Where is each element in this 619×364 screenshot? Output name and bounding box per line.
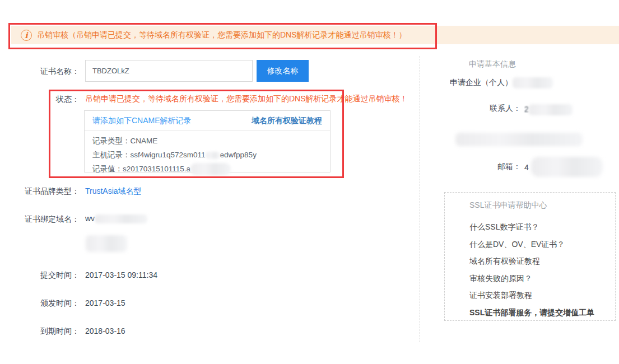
help-links-list: 什么SSL数字证书？ 什么是DV、OV、EV证书？ 域名所有权验证教程 审核失败… [469,218,615,321]
host-record-label: 主机记录： [92,151,131,159]
help-link-domain-verify-tutorial[interactable]: 域名所有权验证教程 [469,253,615,270]
help-link-review-fail-reason[interactable]: 审核失败的原因？ [469,270,615,287]
cname-box-body: 记录类型：CNAME 主机记录：ssf4wigru1q572sm011edwfp… [85,131,330,176]
email-value: 4 [524,162,529,173]
redacted-record-value-part [190,163,231,175]
record-type-value: CNAME [131,137,158,145]
certificate-detail-page: i 吊销审核（吊销申请已提交，等待域名所有权验证，您需要添加如下的DNS解析记录… [0,0,619,364]
status-label: 状态： [0,94,80,105]
help-link-deploy-service-ticket[interactable]: SSL证书部署服务，请提交增值工单 [469,304,615,321]
record-value-prefix: s20170315101115.a [123,165,190,173]
redacted-contact [529,104,573,115]
record-value-row: 记录值：s20170315101115.a [92,162,322,176]
contact-visible-prefix: 2 [524,105,529,114]
host-record-value-prefix: ssf4wigru1q572sm011 [131,151,206,159]
redacted-domain-2 [86,235,127,252]
submit-time-label: 提交时间： [0,269,80,281]
help-center-box: SSL证书申请帮助中心 什么SSL数字证书？ 什么是DV、OV、EV证书？ 域名… [444,192,616,321]
info-icon: i [21,30,32,41]
help-link-what-is-ssl[interactable]: 什么SSL数字证书？ [469,218,615,236]
record-type-row: 记录类型：CNAME [92,134,322,148]
redacted-host-record-part [206,152,220,159]
host-record-row: 主机记录：ssf4wigru1q572sm011edwfpp85y [92,148,322,162]
redacted-applicant [513,77,553,88]
contact-label: 联系人： [443,104,521,114]
domain-verify-tutorial-link[interactable]: 域名所有权验证教程 [252,116,322,126]
content-sidebar-divider [420,56,420,342]
record-type-label: 记录类型： [92,137,131,145]
issue-time-value: 2017-03-15 [85,297,125,309]
revoke-review-banner: i 吊销审核（吊销申请已提交，等待域名所有权验证，您需要添加如下的DNS解析记录… [11,26,619,44]
record-value-label: 记录值： [92,165,123,173]
cname-box-title: 请添加如下CNAME解析记录 [92,116,192,126]
host-record-value-suffix: edwfpp85y [220,151,257,159]
help-center-title: SSL证书申请帮助中心 [469,200,615,211]
expire-time-value: 2018-03-16 [85,325,125,337]
applicant-label: 申请企业（个人） [450,78,513,87]
redacted-email [531,157,603,177]
cname-box-header: 请添加如下CNAME解析记录 域名所有权验证教程 [85,111,330,131]
cert-name-input[interactable] [85,60,253,82]
bound-domain-visible-prefix: wv [85,214,95,223]
banner-text: 吊销审核（吊销申请已提交，等待域名所有权验证，您需要添加如下的DNS解析记录才能… [37,30,407,40]
status-text: 吊销申请已提交，等待域名所有权验证，您需要添加如下的DNS解析记录才能通过吊销审… [85,94,413,104]
redacted-domain [95,214,147,223]
contact-value: 2 [524,104,573,115]
cname-record-box: 请添加如下CNAME解析记录 域名所有权验证教程 记录类型：CNAME 主机记录… [84,110,331,172]
brand-type-label: 证书品牌类型： [0,185,80,197]
bound-domain-label: 证书绑定域名： [0,213,80,225]
submit-time-value: 2017-03-15 09:11:34 [85,269,157,281]
email-visible-prefix: 4 [524,163,529,172]
cert-name-label: 证书名称： [0,66,80,77]
email-label: 邮箱： [443,162,521,172]
bound-domain-value: wv [85,213,147,224]
brand-type-link[interactable]: TrustAsia域名型 [85,185,142,197]
expire-time-label: 到期时间： [0,325,80,337]
rename-button[interactable]: 修改名称 [257,60,309,82]
redacted-phone [455,133,583,146]
applicant-row: 申请企业（个人） [450,77,553,88]
apply-info-title: 申请基本信息 [469,59,516,69]
help-link-install-tutorial[interactable]: 证书安装部署教程 [469,287,615,304]
issue-time-label: 颁发时间： [0,297,80,309]
help-link-dv-ov-ev[interactable]: 什么是DV、OV、EV证书？ [469,236,615,253]
